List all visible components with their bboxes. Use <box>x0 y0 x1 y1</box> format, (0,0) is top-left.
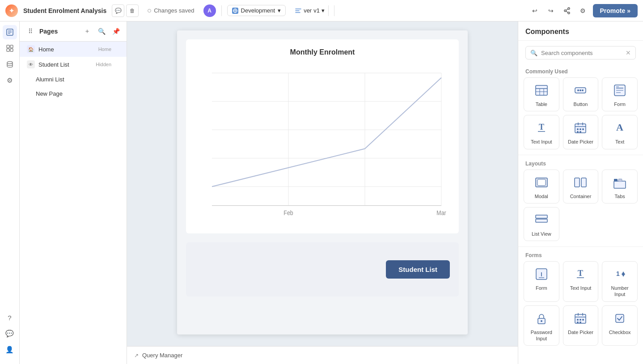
add-page-icon[interactable]: ＋ <box>82 26 93 37</box>
component-button[interactable]: Button <box>563 77 599 111</box>
svg-rect-61 <box>536 215 547 218</box>
ver-label: ver <box>304 7 312 14</box>
svg-point-79 <box>582 319 584 321</box>
svg-line-6 <box>566 9 568 10</box>
number-input-icon: 1 <box>612 266 628 282</box>
search-bar[interactable]: 🔍 ✕ <box>525 46 636 59</box>
svg-rect-60 <box>618 179 622 182</box>
topbar-icons: 💬 🗑 <box>112 4 139 17</box>
section-label-forms: Forms <box>518 249 643 261</box>
components-panel: Components 🔍 ✕ Commonly Used Table Butto… <box>518 21 643 364</box>
component-date-picker2[interactable]: Date Picker <box>563 305 599 346</box>
page-icon-student-list: 👁 <box>27 60 35 68</box>
section-label-commonly-used: Commonly Used <box>518 65 643 77</box>
text-input2-label: Text Input <box>570 285 592 291</box>
query-manager[interactable]: ↗ Query Manager <box>127 346 518 364</box>
component-form2[interactable]: I Form <box>524 261 559 302</box>
component-tabs[interactable]: Tabs <box>602 169 638 203</box>
sidebar-item-user[interactable]: 👤 <box>3 343 17 357</box>
chat-icon-btn[interactable]: 💬 <box>112 4 124 17</box>
chart-svg: Feb Mar <box>195 63 450 224</box>
sidebar-bottom: ? 💬 👤 <box>3 310 17 360</box>
svg-rect-57 <box>581 178 586 187</box>
pages-header: ⠿ Pages ＋ 🔍 📌 <box>20 21 127 42</box>
svg-point-77 <box>577 319 579 321</box>
page-name-new-page: New Page <box>36 90 111 97</box>
layouts-grid: Modal Container Tabs List <box>518 169 643 245</box>
page-name-student-list: Student List <box>38 61 92 68</box>
text-input-label: Text Input <box>531 139 552 145</box>
chart-title: Monthly Enrolment <box>195 48 450 56</box>
component-text-input2[interactable]: T Text Input <box>563 261 599 302</box>
clear-search-icon[interactable]: ✕ <box>626 49 631 56</box>
svg-point-52 <box>580 131 581 133</box>
svg-rect-13 <box>10 45 13 48</box>
page-name-home: Home <box>38 46 95 53</box>
svg-text:Feb: Feb <box>283 209 293 216</box>
search-pages-icon[interactable]: 🔍 <box>96 26 107 37</box>
chevron-down-icon: ▾ <box>278 7 281 14</box>
search-input[interactable] <box>541 50 622 56</box>
trash-icon-btn[interactable]: 🗑 <box>126 4 139 17</box>
page-item-student-list[interactable]: 👁 Student List Hidden ⋯ <box>20 57 127 72</box>
expand-icon: ↗ <box>134 352 139 359</box>
promote-button[interactable]: Promote » <box>593 4 638 17</box>
modal-label: Modal <box>535 193 548 199</box>
component-date-picker[interactable]: Date Picker <box>563 115 599 149</box>
svg-point-4 <box>564 10 566 12</box>
svg-point-5 <box>568 12 570 14</box>
number-input-label: Number Input <box>605 285 635 298</box>
pin-icon[interactable]: 📌 <box>110 26 121 37</box>
button-area: Student List <box>186 242 459 296</box>
forms-grid: I Form T Text Input 1 Number Input <box>518 261 643 349</box>
component-list-view[interactable]: List View <box>524 207 559 241</box>
svg-marker-70 <box>622 274 625 277</box>
sidebar-item-settings[interactable]: ⚙ <box>3 73 17 88</box>
page-item-home[interactable]: 🏠 Home Home ⋯ <box>20 42 127 57</box>
canvas-inner[interactable]: Monthly Enrolment <box>127 21 518 346</box>
component-text[interactable]: A Text <box>602 115 638 149</box>
svg-point-81 <box>580 322 581 323</box>
svg-point-3 <box>568 8 570 9</box>
table-icon <box>533 82 550 98</box>
page-item-new-page[interactable]: New Page ⋯ <box>20 86 127 101</box>
svg-point-80 <box>577 322 579 323</box>
component-table[interactable]: Table <box>524 77 559 111</box>
svg-rect-58 <box>614 181 626 188</box>
component-form[interactable]: Form <box>602 77 638 111</box>
sidebar-item-components[interactable] <box>3 41 17 55</box>
env-selector[interactable]: Development ▾ <box>227 5 286 16</box>
checkbox-label: Checkbox <box>609 329 631 335</box>
page-item-alumni-list[interactable]: Alumni List ⋯ <box>20 72 127 86</box>
share-icon[interactable] <box>561 4 573 17</box>
sidebar-item-data[interactable] <box>3 57 17 72</box>
tabs-label: Tabs <box>615 193 625 199</box>
component-checkbox[interactable]: Checkbox <box>602 305 638 346</box>
sidebar-item-pages[interactable] <box>3 25 17 39</box>
chart-container: Monthly Enrolment <box>186 39 459 233</box>
svg-rect-56 <box>575 178 580 187</box>
sidebar-item-chat[interactable]: 💬 <box>3 326 17 341</box>
settings-icon[interactable]: ⚙ <box>577 4 589 17</box>
form-label: Form <box>614 101 626 107</box>
undo-icon[interactable]: ↩ <box>529 4 541 17</box>
checkbox-icon <box>612 310 628 326</box>
svg-text:1: 1 <box>616 270 620 277</box>
component-text-input[interactable]: T Text Input <box>524 115 559 149</box>
component-modal[interactable]: Modal <box>524 169 559 203</box>
component-number-input[interactable]: 1 Number Input <box>602 261 638 302</box>
svg-point-16 <box>7 62 13 64</box>
sidebar-item-help[interactable]: ? <box>3 310 17 325</box>
components-panel-title: Components <box>518 21 643 41</box>
version-selector[interactable]: ver v1 ▾ <box>291 5 329 16</box>
svg-text:Mar: Mar <box>436 209 446 216</box>
component-container[interactable]: Container <box>563 169 599 203</box>
svg-rect-62 <box>536 219 547 222</box>
app-title: Student Enrolment Analysis <box>23 7 106 14</box>
drag-handle-icon: ⠿ <box>25 26 36 37</box>
app-logo: ✦ <box>5 4 18 17</box>
component-password-input[interactable]: Password Input <box>524 305 559 346</box>
svg-rect-82 <box>616 314 624 322</box>
redo-icon[interactable]: ↪ <box>545 4 557 17</box>
student-list-button[interactable]: Student List <box>386 260 450 279</box>
